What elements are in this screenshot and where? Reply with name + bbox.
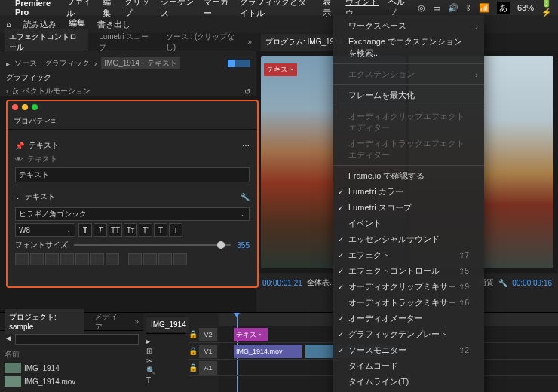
ime-icon[interactable]: あ: [497, 2, 510, 14]
volume-icon[interactable]: 🔊: [448, 3, 458, 13]
align-center-button[interactable]: [30, 253, 44, 265]
font-size-slider[interactable]: [74, 244, 231, 246]
bin-item-clip[interactable]: IMG_1914.mov: [5, 375, 139, 388]
menu-item-2[interactable]: Lumetri スコープ: [333, 200, 484, 216]
project-panel: プロジェクト: sample メディア » ◄ 名前 IMG_1914 IMG_…: [0, 313, 143, 392]
menu-sequence[interactable]: シーケンス: [161, 0, 195, 19]
vector-motion-row[interactable]: ベクトルモーション: [23, 86, 90, 96]
wrench-icon[interactable]: 🔧: [241, 193, 250, 201]
menu-item-3[interactable]: イベント: [333, 216, 484, 231]
italic-button[interactable]: T: [94, 223, 107, 237]
chevron-icon[interactable]: ▸: [6, 60, 10, 68]
source-breadcrumb: ▸ ソース・グラフィック › IMG_1914・テキスト: [6, 56, 250, 71]
timecode-duration: 00:00:09:16: [512, 279, 552, 287]
track-v2-label[interactable]: V2: [199, 328, 217, 341]
menu-item-10[interactable]: グラフィックテンプレート: [333, 326, 484, 342]
menu-item-4[interactable]: エッセンシャルサウンド: [333, 231, 484, 247]
wrench-icon[interactable]: 🔧: [498, 279, 507, 287]
effect-controls-panel: ▸ ソース・グラフィック › IMG_1914・テキスト グラフィック ›fxベ…: [0, 51, 256, 96]
graphics-heading: グラフィック: [6, 71, 250, 84]
max-dot[interactable]: [32, 104, 38, 110]
bluetooth-icon[interactable]: ᛒ: [466, 3, 471, 12]
menu-item-6[interactable]: エフェクトコントロール⇧5: [333, 263, 484, 279]
menu-item-13[interactable]: タイムライン(T): [333, 374, 484, 390]
battery-text: 63%: [517, 3, 534, 12]
menu-item-1[interactable]: Lumetri カラー: [333, 184, 484, 200]
home-icon[interactable]: ⌂: [6, 20, 11, 29]
underline-button[interactable]: T̲: [169, 223, 182, 237]
menu-item-5[interactable]: エフェクト⇧7: [333, 247, 484, 263]
timecode-current[interactable]: 00:00:01:21: [262, 279, 302, 287]
tab-timeline[interactable]: IMG_1914: [146, 317, 191, 332]
cc-icon[interactable]: ◎: [418, 3, 425, 13]
text-section-heading: テキスト: [29, 140, 59, 151]
properties-panel: プロパティ ≡ 📌テキスト⋯ 👁テキスト ⌄テキスト🔧 ヒラギノ角ゴシック⌄ W…: [6, 100, 259, 288]
lock-icon[interactable]: 🔒: [189, 330, 198, 338]
subscript-button[interactable]: T: [154, 223, 167, 237]
menu-item-12[interactable]: タイムコード: [333, 358, 484, 374]
menu-exchange[interactable]: Exchange でエクステンションを検索...: [333, 34, 484, 61]
chevron-down-icon[interactable]: ⌄: [15, 194, 20, 201]
font-weight-select[interactable]: W8⌄: [15, 223, 75, 237]
app-name[interactable]: Premiere Pro: [15, 0, 57, 17]
panel-menu-icon[interactable]: »: [247, 38, 252, 46]
window-menu-dropdown: ワークスペース Exchange でエクステンションを検索... エクステンショ…: [333, 15, 484, 392]
fit-dropdown[interactable]: 全体表…: [307, 277, 337, 288]
menu-edit[interactable]: 編集: [103, 0, 116, 19]
menu-extensions: エクステンション: [333, 66, 484, 82]
macos-menubar: Premiere Pro ファイル 編集 クリップ シーケンス マーカー グラフ…: [0, 0, 558, 15]
menu-item-7[interactable]: オーディオクリップミキサー⇧9: [333, 279, 484, 295]
menu-item-11[interactable]: ソースモニター⇧2: [333, 342, 484, 358]
min-dot[interactable]: [22, 104, 28, 110]
clip-video-1[interactable]: IMG_1914.mov: [234, 345, 302, 358]
allcaps-button[interactable]: TT: [109, 223, 122, 237]
properties-tab[interactable]: プロパティ: [14, 116, 51, 127]
menu-item-0[interactable]: Frame.io で確認する: [333, 168, 484, 184]
project-search[interactable]: [15, 334, 139, 345]
font-size-value[interactable]: 355: [237, 241, 250, 250]
track-v1-label[interactable]: V1: [199, 345, 217, 358]
track-a1-label[interactable]: A1: [199, 361, 217, 375]
text-content-input[interactable]: [15, 167, 250, 182]
wifi-icon[interactable]: 📶: [479, 3, 489, 13]
selection-tool-icon[interactable]: ▸: [146, 337, 185, 345]
clip-text[interactable]: テキスト: [234, 328, 268, 341]
superscript-button[interactable]: T': [139, 223, 152, 237]
smallcaps-button[interactable]: Tт: [124, 223, 137, 237]
font-family-select[interactable]: ヒラギノ角ゴシック⌄: [15, 207, 250, 221]
pin-icon[interactable]: 📌: [15, 142, 24, 150]
more-icon[interactable]: ⋯: [242, 142, 250, 150]
menu-clip[interactable]: クリップ: [124, 0, 152, 19]
menu-item-9[interactable]: オーディオメーター: [333, 311, 484, 326]
close-dot[interactable]: [12, 104, 18, 110]
menu-workspace[interactable]: ワークスペース: [333, 18, 484, 34]
name-column-header[interactable]: 名前: [5, 348, 139, 361]
menu-graphics[interactable]: グラフィックとタイトル: [240, 0, 314, 19]
menu-maximize-frame[interactable]: フレームを最大化: [333, 87, 484, 103]
eye-icon[interactable]: 👁: [15, 155, 23, 164]
bold-button[interactable]: T: [78, 223, 92, 237]
battery-icon[interactable]: 🔋⚡: [541, 0, 552, 17]
bin-item-sequence[interactable]: IMG_1914: [5, 361, 139, 375]
effect-control-tabs: エフェクトコントロール Lumetri スコープ ソース : (クリップなし) …: [0, 33, 256, 51]
text-style-heading: テキスト: [25, 191, 55, 202]
align-buttons: [15, 253, 250, 265]
font-size-label: フォントサイズ: [15, 240, 68, 250]
display-icon[interactable]: ▭: [433, 3, 440, 13]
menu-marker[interactable]: マーカー: [204, 0, 231, 19]
menu-item-8[interactable]: オーディオトラックミキサー⇧6: [333, 295, 484, 311]
menu-file[interactable]: ファイル: [66, 0, 94, 19]
text-style-buttons: T T TT Tт T' T T̲: [78, 223, 182, 237]
text-overlay-program[interactable]: テキスト: [264, 63, 297, 76]
align-right-button[interactable]: [45, 253, 59, 265]
align-left-button[interactable]: [15, 253, 29, 265]
back-icon[interactable]: ◄: [5, 334, 12, 345]
